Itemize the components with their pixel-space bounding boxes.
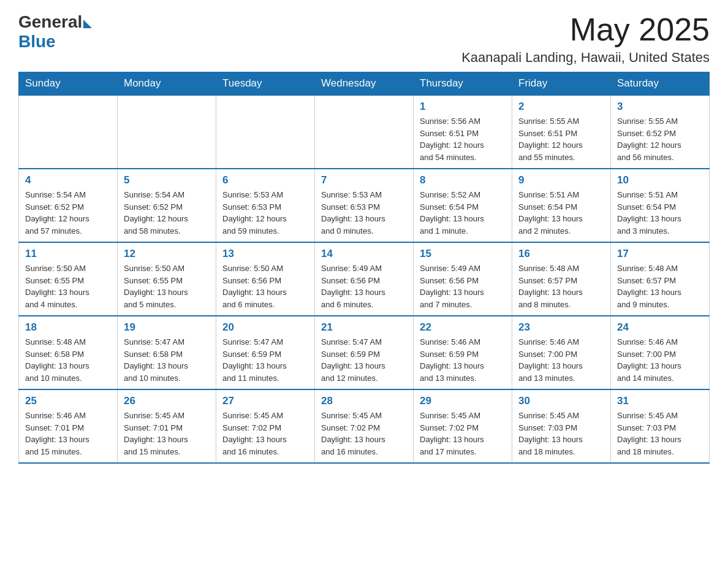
day-number: 15 (420, 248, 506, 260)
day-info: Sunrise: 5:48 AM Sunset: 6:57 PM Dayligh… (518, 262, 604, 310)
table-cell: 14Sunrise: 5:49 AM Sunset: 6:56 PM Dayli… (315, 242, 414, 316)
table-cell: 5Sunrise: 5:54 AM Sunset: 6:52 PM Daylig… (118, 169, 216, 242)
day-info: Sunrise: 5:48 AM Sunset: 6:58 PM Dayligh… (25, 336, 111, 384)
table-cell: 4Sunrise: 5:54 AM Sunset: 6:52 PM Daylig… (19, 169, 118, 242)
table-cell: 3Sunrise: 5:55 AM Sunset: 6:52 PM Daylig… (611, 95, 710, 169)
day-info: Sunrise: 5:55 AM Sunset: 6:51 PM Dayligh… (518, 115, 604, 163)
day-info: Sunrise: 5:50 AM Sunset: 6:55 PM Dayligh… (124, 262, 210, 310)
day-number: 29 (420, 395, 506, 407)
table-cell: 21Sunrise: 5:47 AM Sunset: 6:59 PM Dayli… (315, 316, 414, 389)
table-cell: 28Sunrise: 5:45 AM Sunset: 7:02 PM Dayli… (315, 389, 414, 463)
calendar-table: SundayMondayTuesdayWednesdayThursdayFrid… (18, 72, 710, 464)
location-title: Kaanapali Landing, Hawaii, United States (461, 50, 710, 66)
header-saturday: Saturday (611, 72, 710, 96)
day-info: Sunrise: 5:56 AM Sunset: 6:51 PM Dayligh… (420, 115, 506, 163)
table-cell (118, 95, 216, 169)
day-number: 8 (420, 174, 506, 186)
table-cell: 30Sunrise: 5:45 AM Sunset: 7:03 PM Dayli… (512, 389, 611, 463)
table-cell (19, 95, 118, 169)
table-cell: 26Sunrise: 5:45 AM Sunset: 7:01 PM Dayli… (118, 389, 216, 463)
day-number: 23 (518, 321, 604, 334)
day-info: Sunrise: 5:47 AM Sunset: 6:59 PM Dayligh… (222, 336, 308, 384)
day-number: 5 (124, 174, 210, 186)
day-info: Sunrise: 5:45 AM Sunset: 7:03 PM Dayligh… (518, 410, 604, 458)
day-info: Sunrise: 5:54 AM Sunset: 6:52 PM Dayligh… (25, 189, 111, 237)
day-info: Sunrise: 5:47 AM Sunset: 6:59 PM Dayligh… (321, 336, 407, 384)
day-number: 13 (222, 248, 308, 260)
day-number: 14 (321, 248, 407, 260)
day-number: 28 (321, 395, 407, 407)
day-info: Sunrise: 5:53 AM Sunset: 6:53 PM Dayligh… (222, 189, 308, 237)
table-cell: 31Sunrise: 5:45 AM Sunset: 7:03 PM Dayli… (611, 389, 710, 463)
table-cell: 9Sunrise: 5:51 AM Sunset: 6:54 PM Daylig… (512, 169, 611, 242)
day-number: 21 (321, 321, 407, 334)
day-number: 24 (617, 321, 703, 334)
day-info: Sunrise: 5:52 AM Sunset: 6:54 PM Dayligh… (420, 189, 506, 237)
table-cell: 8Sunrise: 5:52 AM Sunset: 6:54 PM Daylig… (414, 169, 512, 242)
day-info: Sunrise: 5:50 AM Sunset: 6:56 PM Dayligh… (222, 262, 308, 310)
table-cell: 12Sunrise: 5:50 AM Sunset: 6:55 PM Dayli… (118, 242, 216, 316)
day-number: 11 (25, 248, 111, 260)
day-number: 25 (25, 395, 111, 407)
day-info: Sunrise: 5:50 AM Sunset: 6:55 PM Dayligh… (25, 262, 111, 310)
day-number: 31 (617, 395, 703, 407)
table-cell: 20Sunrise: 5:47 AM Sunset: 6:59 PM Dayli… (216, 316, 315, 389)
logo-triangle-icon (83, 20, 92, 28)
day-info: Sunrise: 5:53 AM Sunset: 6:53 PM Dayligh… (321, 189, 407, 237)
table-cell: 17Sunrise: 5:48 AM Sunset: 6:57 PM Dayli… (611, 242, 710, 316)
calendar-week-2: 4Sunrise: 5:54 AM Sunset: 6:52 PM Daylig… (19, 169, 710, 242)
month-title: May 2025 (461, 12, 710, 47)
table-cell: 29Sunrise: 5:45 AM Sunset: 7:02 PM Dayli… (414, 389, 512, 463)
logo: General Blue (18, 12, 92, 52)
table-cell: 27Sunrise: 5:45 AM Sunset: 7:02 PM Dayli… (216, 389, 315, 463)
day-number: 20 (222, 321, 308, 334)
day-number: 6 (222, 174, 308, 186)
table-cell: 1Sunrise: 5:56 AM Sunset: 6:51 PM Daylig… (414, 95, 512, 169)
header-sunday: Sunday (19, 72, 118, 96)
day-info: Sunrise: 5:49 AM Sunset: 6:56 PM Dayligh… (420, 262, 506, 310)
day-info: Sunrise: 5:47 AM Sunset: 6:58 PM Dayligh… (124, 336, 210, 384)
logo-blue-text: Blue (18, 32, 92, 52)
table-cell: 16Sunrise: 5:48 AM Sunset: 6:57 PM Dayli… (512, 242, 611, 316)
header-wednesday: Wednesday (315, 72, 414, 96)
table-cell: 2Sunrise: 5:55 AM Sunset: 6:51 PM Daylig… (512, 95, 611, 169)
day-number: 30 (518, 395, 604, 407)
day-info: Sunrise: 5:46 AM Sunset: 7:01 PM Dayligh… (25, 410, 111, 458)
header-tuesday: Tuesday (216, 72, 315, 96)
day-number: 4 (25, 174, 111, 186)
day-number: 10 (617, 174, 703, 186)
header-thursday: Thursday (414, 72, 512, 96)
day-info: Sunrise: 5:46 AM Sunset: 6:59 PM Dayligh… (420, 336, 506, 384)
day-info: Sunrise: 5:45 AM Sunset: 7:02 PM Dayligh… (222, 410, 308, 458)
day-number: 17 (617, 248, 703, 260)
table-cell: 23Sunrise: 5:46 AM Sunset: 7:00 PM Dayli… (512, 316, 611, 389)
day-number: 7 (321, 174, 407, 186)
day-number: 9 (518, 174, 604, 186)
day-info: Sunrise: 5:46 AM Sunset: 7:00 PM Dayligh… (617, 336, 703, 384)
table-cell: 10Sunrise: 5:51 AM Sunset: 6:54 PM Dayli… (611, 169, 710, 242)
day-info: Sunrise: 5:54 AM Sunset: 6:52 PM Dayligh… (124, 189, 210, 237)
day-info: Sunrise: 5:48 AM Sunset: 6:57 PM Dayligh… (617, 262, 703, 310)
table-cell: 11Sunrise: 5:50 AM Sunset: 6:55 PM Dayli… (19, 242, 118, 316)
day-info: Sunrise: 5:45 AM Sunset: 7:03 PM Dayligh… (617, 410, 703, 458)
day-number: 18 (25, 321, 111, 334)
day-info: Sunrise: 5:45 AM Sunset: 7:01 PM Dayligh… (124, 410, 210, 458)
table-cell: 18Sunrise: 5:48 AM Sunset: 6:58 PM Dayli… (19, 316, 118, 389)
table-cell: 25Sunrise: 5:46 AM Sunset: 7:01 PM Dayli… (19, 389, 118, 463)
header-friday: Friday (512, 72, 611, 96)
calendar-header-row: SundayMondayTuesdayWednesdayThursdayFrid… (19, 72, 710, 96)
day-info: Sunrise: 5:51 AM Sunset: 6:54 PM Dayligh… (518, 189, 604, 237)
table-cell: 22Sunrise: 5:46 AM Sunset: 6:59 PM Dayli… (414, 316, 512, 389)
logo-general-text: General (18, 12, 82, 32)
table-cell (216, 95, 315, 169)
header-monday: Monday (118, 72, 216, 96)
table-cell: 15Sunrise: 5:49 AM Sunset: 6:56 PM Dayli… (414, 242, 512, 316)
day-number: 26 (124, 395, 210, 407)
calendar-week-3: 11Sunrise: 5:50 AM Sunset: 6:55 PM Dayli… (19, 242, 710, 316)
day-number: 22 (420, 321, 506, 334)
day-info: Sunrise: 5:45 AM Sunset: 7:02 PM Dayligh… (420, 410, 506, 458)
table-cell: 7Sunrise: 5:53 AM Sunset: 6:53 PM Daylig… (315, 169, 414, 242)
day-info: Sunrise: 5:55 AM Sunset: 6:52 PM Dayligh… (617, 115, 703, 163)
day-number: 2 (518, 101, 604, 113)
calendar-week-5: 25Sunrise: 5:46 AM Sunset: 7:01 PM Dayli… (19, 389, 710, 463)
